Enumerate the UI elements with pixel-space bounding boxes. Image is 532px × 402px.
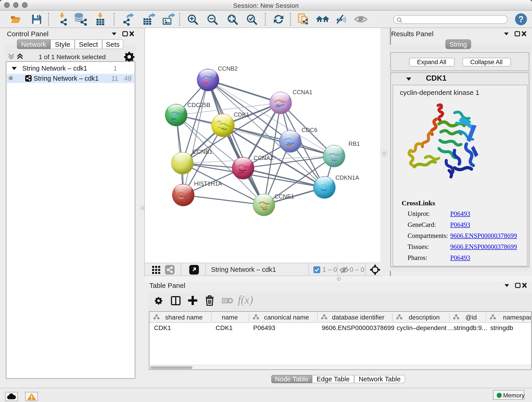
svg-text:RB1: RB1	[348, 140, 360, 147]
svg-text:CCNA2: CCNA2	[254, 155, 273, 161]
svg-text:CCNE1: CCNE1	[274, 193, 294, 200]
svg-text:CCNA1: CCNA1	[293, 89, 312, 95]
svg-text:CCNB2: CCNB2	[218, 65, 238, 72]
svg-text:CDC6: CDC6	[302, 127, 317, 133]
svg-text:?: ?	[518, 14, 524, 24]
svg-text:HIST1H1A: HIST1H1A	[194, 180, 222, 187]
svg-text:CCNB1: CCNB1	[193, 148, 212, 155]
svg-text:CDC25B: CDC25B	[187, 102, 210, 108]
svg-text:CDKN1A: CDKN1A	[336, 174, 359, 181]
svg-text:CDK1: CDK1	[234, 111, 249, 118]
